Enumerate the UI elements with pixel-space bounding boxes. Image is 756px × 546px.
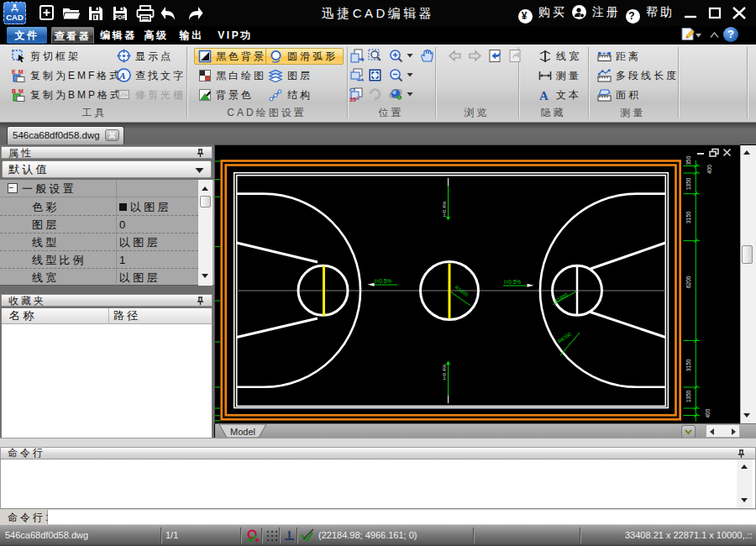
svg-text:350: 350	[685, 155, 691, 165]
svg-text:i=0.4%: i=0.4%	[442, 364, 447, 380]
svg-text:i=0.5%: i=0.5%	[375, 278, 391, 284]
svg-text:i=0.4%: i=0.4%	[442, 201, 447, 217]
svg-text:BMP: BMP	[12, 88, 26, 94]
svg-text:R1800: R1800	[554, 291, 570, 303]
svg-text:Model: Model	[230, 427, 255, 437]
svg-text:3150: 3150	[685, 359, 691, 371]
svg-text:1350: 1350	[685, 390, 691, 402]
svg-text:EMF: EMF	[12, 69, 26, 75]
svg-text:400: 400	[705, 408, 711, 417]
svg-text:i=0.5%: i=0.5%	[504, 279, 521, 285]
svg-text:A: A	[118, 71, 128, 81]
svg-text:35°: 35°	[349, 97, 359, 102]
svg-text:6200: 6200	[685, 276, 691, 288]
svg-text:400: 400	[706, 165, 712, 174]
svg-text:R6700: R6700	[557, 331, 572, 344]
svg-text:1350: 1350	[685, 177, 691, 190]
svg-text:A: A	[539, 89, 551, 102]
svg-text:3150: 3150	[685, 211, 691, 223]
